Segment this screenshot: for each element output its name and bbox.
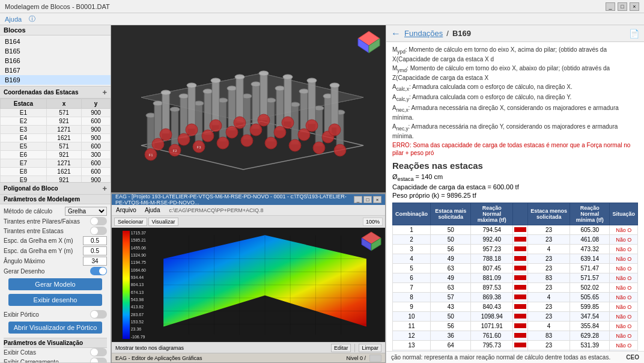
- svg-point-26: [179, 94, 189, 99]
- table-header-row: Combinação Estaca mais solicitada Reação…: [393, 203, 638, 225]
- params-header: Parâmetros de Modelagem: [0, 195, 111, 204]
- orientation-cube: [357, 30, 381, 54]
- close-btn[interactable]: ×: [630, 2, 639, 11]
- status-badge: Não O: [610, 225, 638, 235]
- minimize-btn[interactable]: _: [606, 2, 615, 11]
- eag-inner-toolbar: Selecionar Visualizar 100%: [112, 216, 385, 228]
- tirantes-pilares-toggle[interactable]: [90, 217, 107, 225]
- svg-point-79: [258, 114, 270, 126]
- svg-point-68: [178, 133, 190, 145]
- exibir-desenho-btn[interactable]: Exibir desenho: [8, 294, 102, 306]
- eag-maximize[interactable]: □: [363, 196, 372, 203]
- maximize-btn[interactable]: □: [618, 2, 627, 11]
- add-estaca-btn[interactable]: +: [102, 88, 107, 97]
- svg-point-66: [334, 144, 346, 156]
- table-row: E41621900: [1, 134, 111, 142]
- status-badge: Não O: [610, 283, 638, 293]
- eag-close[interactable]: ×: [373, 196, 381, 203]
- svg-point-78: [234, 117, 246, 129]
- svg-point-24: [153, 101, 163, 106]
- espy-x-input[interactable]: [83, 236, 107, 245]
- canvas-cube-icon: [361, 231, 382, 252]
- status-badge: Não O: [610, 302, 638, 312]
- breadcrumb-parent[interactable]: Fundações: [404, 29, 443, 38]
- table-row: 4 49 788.18 23 639.14 Não O: [393, 254, 638, 264]
- svg-point-72: [274, 126, 286, 138]
- breadcrumb-sep: /: [446, 29, 449, 38]
- bloco-B165[interactable]: B165: [0, 46, 111, 56]
- exibir-carregamento-toggle[interactable]: [90, 358, 107, 363]
- svg-point-67: [152, 138, 164, 150]
- col-estaca-menos: Estaca menos solicitada: [528, 203, 570, 225]
- exibir-portico-toggle[interactable]: [90, 310, 107, 319]
- scale-val-14: 23.36: [131, 327, 146, 331]
- svg-point-65: [313, 142, 325, 154]
- col-situacao: Situação: [610, 203, 638, 225]
- help-label[interactable]: Ajuda: [5, 16, 22, 23]
- info-line-2: Mymd: Momento de cálculo em torno do eix…: [392, 64, 638, 82]
- limpar-btn[interactable]: Limpar: [359, 344, 381, 352]
- status-badge: Não O: [610, 341, 638, 350]
- tirantes-estacas-label: Tirantes entre Estacas: [4, 228, 64, 234]
- mesh-svg: [151, 233, 379, 337]
- params-section: Método de cálculo Grelha Tirantes entre …: [0, 204, 111, 363]
- angulo-label: Ângulo Máximo: [4, 258, 83, 264]
- eag-controls: _ □ ×: [354, 196, 381, 203]
- svg-point-50: [283, 75, 293, 79]
- svg-point-61: [217, 137, 229, 149]
- exibir-cotas-label: Exibir Cotas: [4, 349, 36, 356]
- bloco-B169[interactable]: B169: [0, 75, 111, 85]
- svg-text:F1: F1: [148, 153, 153, 157]
- add-poligonal-btn[interactable]: +: [102, 184, 107, 193]
- svg-point-48: [259, 71, 269, 76]
- eag-title: EAG - [Projeto 193-LATELIER-PE-VTQS-M6-M…: [115, 194, 354, 206]
- tirantes-estacas-toggle[interactable]: [90, 227, 107, 235]
- gerar-desenho-label: Gerar Desenho: [4, 268, 44, 275]
- poligonal-title: Poligonal do Bloco: [4, 185, 58, 192]
- estacas-tbody: E1571900 E2921600 E31271900 E41621900 E5…: [1, 109, 111, 183]
- eag-menu-arquivo[interactable]: Arquivo: [114, 207, 138, 213]
- bloco-B164[interactable]: B164: [0, 37, 111, 46]
- exibir-cotas-toggle[interactable]: [90, 348, 107, 356]
- back-arrow[interactable]: ←: [391, 28, 401, 39]
- exibir-portico-row: Exibir Pórtico: [4, 310, 107, 319]
- svg-point-34: [275, 86, 285, 91]
- svg-rect-47: [260, 73, 267, 120]
- scale-val-8: 804.13: [131, 282, 146, 287]
- table-row: E5571600: [1, 142, 111, 151]
- svg-point-70: [226, 126, 238, 138]
- svg-rect-49: [284, 77, 291, 121]
- estacas-table: Estaca x y E1571900 E2921600 E31271900 E…: [0, 99, 111, 183]
- abrir-portico-btn[interactable]: Abrir Visualizador de Pórtico: [8, 322, 102, 334]
- angulo-input[interactable]: [83, 257, 107, 266]
- metodo-select[interactable]: Grelha: [65, 207, 107, 216]
- edit-btn[interactable]: Editar: [331, 344, 351, 352]
- eag-menu-ajuda[interactable]: Ajuda: [143, 207, 162, 213]
- visualize-btn[interactable]: Visualizar: [148, 218, 179, 226]
- status-badge: Não O: [610, 264, 638, 273]
- table-row: 11 56 1071.91 4 355.84 Não O: [393, 322, 638, 331]
- gerar-desenho-toggle[interactable]: [90, 267, 107, 275]
- info-line-6: Anec,y: Armadura necessária na direção Y…: [392, 123, 638, 140]
- espy-y-input[interactable]: [83, 246, 107, 255]
- eag-minimize[interactable]: _: [354, 196, 362, 203]
- select-btn[interactable]: Selecionar: [114, 218, 147, 226]
- eag-label: EAG - Editor de Aplicações Gráficas: [115, 355, 202, 361]
- bloco-B166[interactable]: B166: [0, 56, 111, 66]
- table-row: 12 36 761.60 83 629.28 Não O: [393, 331, 638, 341]
- status-badge: Não O: [610, 312, 638, 322]
- eag-window: EAG - [Projeto 193-LATELIER-PE-VTQS-M6-M…: [111, 194, 386, 363]
- bloco-B167[interactable]: B167: [0, 66, 111, 75]
- status-badge: Não O: [610, 273, 638, 283]
- doc-icon[interactable]: 📄: [629, 29, 639, 38]
- svg-rect-41: [188, 85, 195, 129]
- eag-canvas[interactable]: 1715.37 1585.21 1455.06 1324.90 1194.75 …: [112, 228, 385, 342]
- info-line-3: Acalc,x: Armadura calculada com o esforç…: [392, 83, 638, 93]
- col-y: y: [82, 99, 111, 109]
- col-reacao-min: Reação Normal mínima (tf): [570, 203, 610, 225]
- info-line-4: Acalc,y: Armadura calculada com o esforç…: [392, 93, 638, 103]
- scale-val-4: 1324.90: [131, 253, 146, 257]
- svg-rect-7: [171, 109, 178, 148]
- gerar-modelo-btn[interactable]: Gerar Modelo: [8, 278, 102, 290]
- table-row: 10 50 1098.94 23 347.54 Não O: [393, 312, 638, 322]
